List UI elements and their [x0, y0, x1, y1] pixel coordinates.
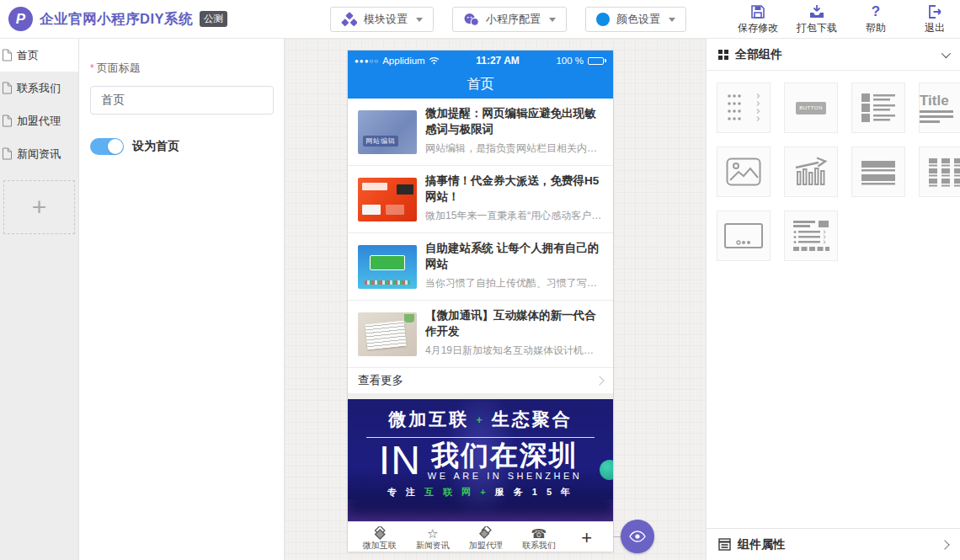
- sidebar-item-label: 首页: [17, 48, 39, 63]
- add-tab-button[interactable]: +: [566, 527, 609, 549]
- banner-skyline: [348, 499, 613, 521]
- components-panel-title: 全部组件: [735, 47, 782, 62]
- star-icon: ☆: [427, 526, 438, 541]
- news-thumbnail: [358, 312, 417, 356]
- module-settings-label: 模块设置: [364, 12, 408, 27]
- module-settings-button[interactable]: 模块设置: [330, 7, 434, 32]
- toolbar-actions-group: 保存修改 打包下载 ? 帮助 退出: [734, 3, 958, 35]
- banner-slogan: 生态聚合: [492, 408, 573, 431]
- carrier-label: Applidium: [382, 56, 425, 66]
- battery-icon: [588, 57, 606, 65]
- component-title[interactable]: Title: [919, 83, 960, 133]
- thumbnail-label: 网站编辑: [363, 136, 398, 147]
- dropdown-caret-icon: [416, 18, 423, 22]
- news-item[interactable]: 自助建站系统 让每个人拥有自己的网站 当你习惯了自拍上传优酷、习惯了写点小…: [348, 233, 613, 301]
- component-menu-list[interactable]: [717, 83, 771, 133]
- miniapp-config-button[interactable]: 小程序配置: [452, 7, 567, 32]
- button-shape: BUTTON: [796, 102, 826, 115]
- tab-home[interactable]: 微加互联: [353, 526, 406, 550]
- title-word: Title: [920, 93, 949, 108]
- page-doc-icon: [2, 115, 13, 127]
- banner-en-text: WE ARE IN SHENZHEN: [428, 471, 582, 481]
- component-rich-page[interactable]: [784, 211, 838, 261]
- tab-label: 微加互联: [363, 541, 397, 550]
- wifi-icon: [429, 56, 440, 65]
- component-properties-label: 组件属性: [738, 537, 785, 552]
- modules-cubes-icon: [341, 12, 357, 28]
- news-item[interactable]: 搞事情！代金券大派送，免费得H5网站！ 微加15年来一直秉承着“用心感动客户！”…: [348, 166, 613, 233]
- news-title: 微加提醒：网页编辑应避免出现敏感词与极限词: [425, 106, 603, 138]
- exit-button[interactable]: 退出: [911, 3, 958, 35]
- news-item[interactable]: 【微加通讯】互动媒体的新一代合作开发 4月19日新加坡知名互动媒体设计机构Pin…: [348, 301, 613, 368]
- phone-page-title: 首页: [467, 76, 494, 93]
- components-panel-header: 全部组件: [707, 39, 960, 71]
- color-settings-label: 颜色设置: [616, 12, 660, 27]
- component-properties-bar[interactable]: 组件属性: [707, 528, 960, 560]
- sidebar-item-contact[interactable]: 联系我们: [0, 72, 78, 104]
- banner-tagline-green: 互 联 网 +: [424, 487, 489, 497]
- download-icon: [808, 3, 825, 20]
- set-home-row: 设为首页: [90, 138, 284, 155]
- miniapp-config-label: 小程序配置: [486, 12, 541, 27]
- page-properties-panel: *页面标题 设为首页: [79, 39, 285, 560]
- view-more-label: 查看更多: [358, 373, 403, 388]
- add-page-button[interactable]: +: [3, 180, 75, 234]
- component-button[interactable]: BUTTON: [784, 83, 838, 133]
- save-floppy-icon: [749, 3, 766, 20]
- page-doc-icon: [2, 147, 13, 160]
- preview-eye-button[interactable]: [621, 520, 654, 553]
- tab-news[interactable]: ☆ 新闻资讯: [406, 526, 459, 550]
- page-title-field-label: *页面标题: [90, 61, 284, 76]
- banner-in-word: IN: [379, 441, 421, 480]
- sidebar-item-agency[interactable]: 加盟代理: [0, 104, 78, 137]
- app-brand: P 企业官网小程序DIY系统 公测: [8, 7, 227, 31]
- view-more-row[interactable]: 查看更多: [348, 368, 613, 393]
- banner-image-component[interactable]: 微加互联 + 生态聚合 IN 我们在深圳 WE ARE IN SHENZHEN …: [348, 399, 613, 521]
- news-desc: 微加15年来一直秉承着“用心感动客户！”的…: [425, 209, 603, 223]
- component-image[interactable]: [717, 147, 771, 197]
- expand-chevron-icon: [940, 540, 949, 549]
- collapse-chevron-icon[interactable]: [941, 48, 951, 57]
- components-panel: 全部组件 BUTTON: [706, 39, 960, 560]
- news-item[interactable]: 网站编辑 微加提醒：网页编辑应避免出现敏感词与极限词 网站编辑，是指负责网站栏目…: [348, 99, 613, 166]
- sidebar-item-label: 新闻资讯: [17, 147, 61, 162]
- component-carousel[interactable]: [717, 211, 771, 261]
- news-thumbnail: 网站编辑: [358, 110, 417, 154]
- component-rows[interactable]: [851, 147, 905, 197]
- sidebar-item-label: 联系我们: [17, 81, 61, 96]
- sidebar-item-home[interactable]: 首页: [0, 39, 78, 72]
- package-download-label: 打包下载: [797, 21, 837, 35]
- properties-list-icon: [718, 538, 731, 551]
- save-button[interactable]: 保存修改: [734, 3, 781, 35]
- grid-icon: [718, 50, 728, 60]
- plus-icon: +: [581, 527, 592, 548]
- component-trend-marquee[interactable]: [784, 147, 838, 197]
- sidebar-item-label: 加盟代理: [17, 114, 61, 129]
- set-home-toggle[interactable]: [90, 138, 124, 155]
- phone-tab-bar: 微加互联 ☆ 新闻资讯 加盟代理 ☎ 联系我们 +: [348, 521, 613, 552]
- set-home-label: 设为首页: [132, 139, 179, 154]
- page-doc-icon: [2, 49, 13, 61]
- help-button[interactable]: ? 帮助: [852, 3, 899, 35]
- news-thumbnail: [358, 178, 417, 221]
- page-title-input[interactable]: [90, 86, 274, 115]
- save-label: 保存修改: [738, 21, 778, 35]
- editor-canvas: ●●●○○ Applidium 11:27 AM 100 % 首页 网站编辑: [285, 39, 706, 560]
- exit-icon: [926, 3, 943, 20]
- tab-label: 联系我们: [522, 541, 556, 550]
- tab-contact[interactable]: ☎ 联系我们: [512, 526, 565, 550]
- color-settings-button[interactable]: 颜色设置: [585, 7, 686, 32]
- tab-agency[interactable]: 加盟代理: [459, 526, 512, 550]
- help-question-icon: ?: [872, 3, 880, 20]
- wechat-icon: [463, 13, 479, 27]
- color-swatch-icon: [596, 13, 610, 26]
- status-time: 11:27 AM: [440, 55, 557, 67]
- phone-nav-bar: 首页: [348, 71, 613, 99]
- top-toolbar: P 企业官网小程序DIY系统 公测 模块设置: [0, 0, 960, 39]
- component-grid-gallery[interactable]: [919, 147, 960, 197]
- package-download-button[interactable]: 打包下载: [793, 3, 840, 35]
- sidebar-item-news[interactable]: 新闻资讯: [0, 137, 78, 170]
- double-diamond-icon: [478, 526, 493, 541]
- dropdown-caret-icon: [549, 18, 556, 22]
- component-image-text-list[interactable]: [851, 83, 905, 133]
